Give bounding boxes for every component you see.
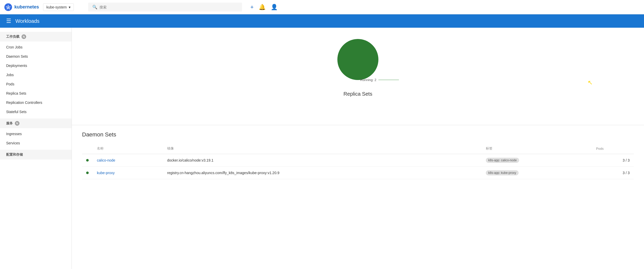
sub-header-title: Workloads	[15, 18, 39, 24]
table-row: calico-node docker.io/calico/node:v3.19.…	[82, 154, 634, 167]
namespace-selector[interactable]: kube-system ▾	[43, 3, 74, 11]
status-dot-running	[86, 172, 89, 174]
navbar-actions: + 🔔 👤	[250, 4, 278, 11]
row-image-1: registry.cn-hangzhou.aliyuncs.com/lfy_k8…	[163, 167, 482, 179]
row-status-1	[82, 167, 93, 179]
search-input[interactable]	[99, 5, 238, 9]
table-row: kube-proxy registry.cn-hangzhou.aliyuncs…	[82, 167, 634, 179]
sidebar-item-daemon-sets[interactable]: Daemon Sets	[0, 52, 72, 61]
search-icon: 🔍	[92, 5, 97, 9]
chevron-down-icon: ▾	[69, 5, 71, 9]
services-section-header: 服务 N	[0, 118, 72, 128]
th-tags: 标签	[482, 143, 592, 154]
row-tag-1: k8s-app: kube-proxy	[482, 167, 592, 179]
services-badge: N	[15, 121, 19, 126]
th-image: 镜像	[163, 143, 482, 154]
logo-text: kubernetes	[14, 4, 39, 10]
notifications-button[interactable]: 🔔	[259, 4, 266, 11]
th-status	[82, 143, 93, 154]
search-wrapper: 🔍	[88, 3, 242, 12]
sub-header: ☰ Workloads	[0, 14, 644, 28]
kubernetes-logo-icon	[4, 3, 12, 11]
replica-sets-circle	[337, 39, 378, 80]
kube-proxy-link[interactable]: kube-proxy	[97, 171, 115, 175]
workloads-section-header: 工作负载 N	[0, 32, 72, 42]
namespace-value: kube-system	[46, 5, 67, 9]
user-button[interactable]: 👤	[271, 4, 278, 11]
calico-node-link[interactable]: calico-node	[97, 158, 115, 162]
row-pods-1: 3 / 3	[592, 167, 634, 179]
row-name-1[interactable]: kube-proxy	[93, 167, 163, 179]
sidebar-item-pods[interactable]: Pods	[0, 79, 72, 89]
layout: 工作负载 N Cron Jobs Daemon Sets Deployments…	[0, 28, 644, 269]
menu-icon[interactable]: ☰	[6, 18, 11, 24]
chart-container: Running: 2 Replica Sets	[337, 39, 378, 97]
sidebar-item-replication-controllers[interactable]: Replication Controllers	[0, 98, 72, 107]
workloads-label: 工作负载	[6, 34, 19, 39]
running-label: Running: 2	[360, 78, 399, 82]
th-pods: Pods	[592, 143, 634, 154]
row-image-0: docker.io/calico/node:v3.19.1	[163, 154, 482, 167]
logo: kubernetes	[4, 3, 39, 11]
sidebar-item-jobs[interactable]: Jobs	[0, 70, 72, 79]
main-content: Running: 2 Replica Sets ↖ Daemon Sets 名称…	[72, 28, 644, 269]
sidebar-item-stateful-sets[interactable]: Stateful Sets	[0, 107, 72, 116]
cursor-indicator: ↖	[588, 79, 593, 86]
row-status-0	[82, 154, 93, 167]
daemon-sets-title: Daemon Sets	[82, 131, 634, 138]
sidebar-item-deployments[interactable]: Deployments	[0, 61, 72, 70]
sidebar-item-services[interactable]: Services	[0, 138, 72, 148]
sidebar: 工作负载 N Cron Jobs Daemon Sets Deployments…	[0, 28, 72, 269]
row-pods-0: 3 / 3	[592, 154, 634, 167]
tag-chip-1: k8s-app: kube-proxy	[486, 170, 519, 175]
replica-sets-chart-area: Running: 2 Replica Sets ↖	[72, 28, 644, 125]
sidebar-item-cron-jobs[interactable]: Cron Jobs	[0, 43, 72, 52]
search-area: 🔍	[88, 3, 242, 12]
daemon-sets-section: Daemon Sets 名称 镜像 标签 Pods	[72, 125, 644, 185]
running-text: Running: 2	[360, 78, 376, 82]
table-header: 名称 镜像 标签 Pods	[82, 143, 634, 154]
running-line	[378, 80, 399, 80]
row-tag-0: k8s-app: calico-node	[482, 154, 592, 167]
workloads-badge: N	[22, 34, 26, 39]
sidebar-item-ingresses[interactable]: Ingresses	[0, 129, 72, 138]
config-label: 配置和存储	[6, 152, 23, 157]
th-name: 名称	[93, 143, 163, 154]
row-name-0[interactable]: calico-node	[93, 154, 163, 167]
chart-title: Replica Sets	[344, 91, 372, 97]
svg-point-2	[8, 6, 9, 8]
services-label: 服务	[6, 121, 13, 126]
status-dot-running	[86, 159, 89, 162]
top-navbar: kubernetes kube-system ▾ 🔍 + 🔔 👤	[0, 0, 644, 14]
tag-chip-0: k8s-app: calico-node	[486, 158, 519, 163]
daemon-sets-table: 名称 镜像 标签 Pods calico-node docke	[82, 143, 634, 179]
config-section-header: 配置和存储	[0, 150, 72, 160]
add-button[interactable]: +	[250, 4, 254, 11]
sidebar-item-replica-sets[interactable]: Replica Sets	[0, 89, 72, 98]
